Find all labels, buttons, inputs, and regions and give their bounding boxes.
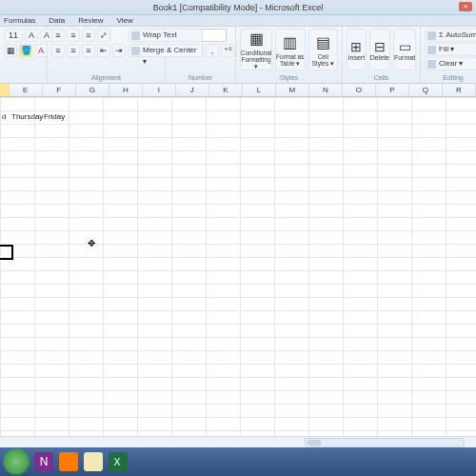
insert-button[interactable]: ⊞Insert [347, 29, 367, 70]
group-editing: Σ AutoSum ▾ Fill ▾ Clear ▾ Editing [421, 27, 476, 83]
column-header-R[interactable]: R [443, 84, 476, 96]
cell-value[interactable]: Friday [42, 110, 65, 124]
taskbar-firefox-icon[interactable] [59, 452, 78, 471]
column-header-L[interactable]: L [243, 84, 276, 96]
group-styles: ▦Conditional Formatting ▾ ▥Format as Tab… [236, 27, 343, 83]
fill-color-button[interactable]: 🪣 [19, 44, 32, 57]
column-header-J[interactable]: J [176, 84, 209, 96]
format-icon: ▭ [399, 39, 411, 54]
column-header-O[interactable]: O [343, 84, 376, 96]
cell-value[interactable]: Thursday [10, 110, 43, 124]
ribbon: 11 A A ▦ 🪣 A ≡ ≡ ≡ ⤢ [0, 27, 476, 84]
active-cell[interactable] [0, 245, 13, 260]
column-header-G[interactable]: G [76, 84, 109, 96]
column-header-E[interactable]: E [10, 84, 43, 96]
decrease-indent-button[interactable]: ⇤ [97, 44, 110, 57]
group-label-number: Number [169, 73, 231, 83]
merge-center-button[interactable]: Merge & Center ▾ [129, 44, 203, 57]
conditional-formatting-button[interactable]: ▦Conditional Formatting ▾ [240, 29, 272, 70]
group-font-partial: 11 A A ▦ 🪣 A [0, 27, 48, 83]
cell-styles-button[interactable]: ▤Cell Styles ▾ [308, 29, 339, 70]
column-header-K[interactable]: K [209, 84, 243, 96]
clear-button[interactable]: Clear ▾ [425, 57, 476, 70]
sheet-tab-bar [0, 436, 476, 447]
format-as-table-button[interactable]: ▥Format as Table ▾ [275, 29, 306, 70]
column-header-M[interactable]: M [276, 84, 309, 96]
cell-cursor-icon: ✥ [88, 238, 95, 248]
border-button[interactable]: ▦ [4, 44, 17, 57]
column-header-edge[interactable] [0, 84, 10, 96]
close-icon[interactable]: × [459, 2, 472, 11]
horizontal-scrollbar[interactable] [305, 438, 465, 447]
column-header-P[interactable]: P [376, 84, 409, 96]
align-left-button[interactable]: ≡ [51, 44, 65, 57]
autosum-button[interactable]: Σ AutoSum ▾ [425, 29, 476, 42]
font-color-button[interactable]: A [34, 44, 48, 57]
font-size-box[interactable]: 11 [4, 29, 23, 42]
increase-decimal-button[interactable]: ⁺⁰ [221, 44, 234, 57]
comma-button[interactable]: , [206, 44, 219, 57]
window-title: Book1 [Compatibility Mode] - Microsoft E… [153, 3, 324, 12]
column-header-F[interactable]: F [43, 84, 76, 96]
orientation-button[interactable]: ⤢ [97, 29, 110, 42]
tab-view[interactable]: View [116, 16, 132, 25]
group-label-cells: Cells [347, 73, 416, 83]
tab-formulas[interactable]: Formulas [4, 16, 35, 25]
increase-indent-button[interactable]: ⇥ [112, 44, 126, 57]
start-button[interactable] [4, 449, 29, 474]
window-titlebar: Book1 [Compatibility Mode] - Microsoft E… [0, 0, 476, 15]
table-icon: ▥ [283, 33, 297, 51]
wrap-text-button[interactable]: Wrap Text [129, 29, 203, 42]
gridlines [0, 97, 476, 436]
insert-icon: ⊞ [350, 39, 362, 54]
taskbar-onenote-icon[interactable]: N [34, 452, 53, 471]
spreadsheet-grid[interactable]: EFGHIJKLMNOPQR dThursdayFriday ✥ [0, 84, 476, 436]
format-button[interactable]: ▭Format [393, 29, 416, 70]
ribbon-tabs: Formulas Data Review View [0, 15, 476, 27]
grow-font-button[interactable]: A [25, 29, 38, 42]
align-right-button[interactable]: ≡ [82, 44, 95, 57]
align-bottom-button[interactable]: ≡ [82, 29, 95, 42]
horizontal-scroll-thumb[interactable] [307, 440, 321, 446]
column-header-H[interactable]: H [109, 84, 143, 96]
align-top-button[interactable]: ≡ [51, 29, 65, 42]
taskbar: NX [0, 447, 476, 476]
column-header-I[interactable]: I [143, 84, 176, 96]
column-headers: EFGHIJKLMNOPQR [0, 84, 476, 97]
group-label-editing: Editing [425, 73, 476, 83]
fill-button[interactable]: Fill ▾ [425, 43, 476, 56]
delete-button[interactable]: ⊟Delete [369, 29, 390, 70]
group-alignment: ≡ ≡ ≡ ⤢ ≡ ≡ ≡ ⇤ ⇥ Wrap Text Merge & Cent… [48, 27, 166, 83]
conditional-formatting-icon: ▦ [249, 30, 264, 48]
column-header-Q[interactable]: Q [409, 84, 443, 96]
group-label-alignment: Alignment [51, 73, 161, 83]
cell-value[interactable]: d [0, 110, 6, 124]
group-label-styles: Styles [240, 73, 338, 83]
svg-text:X: X [114, 456, 121, 467]
tab-review[interactable]: Review [78, 16, 103, 25]
align-center-button[interactable]: ≡ [67, 44, 80, 57]
delete-icon: ⊟ [374, 39, 386, 54]
cell-styles-icon: ▤ [316, 33, 330, 51]
column-header-N[interactable]: N [309, 84, 343, 96]
group-label-font [4, 73, 43, 83]
group-cells: ⊞Insert ⊟Delete ▭Format Cells [343, 27, 421, 83]
taskbar-excel-icon[interactable]: X [109, 452, 128, 471]
taskbar-explorer-icon[interactable] [84, 452, 103, 471]
tab-data[interactable]: Data [49, 16, 65, 25]
align-middle-button[interactable]: ≡ [67, 29, 80, 42]
